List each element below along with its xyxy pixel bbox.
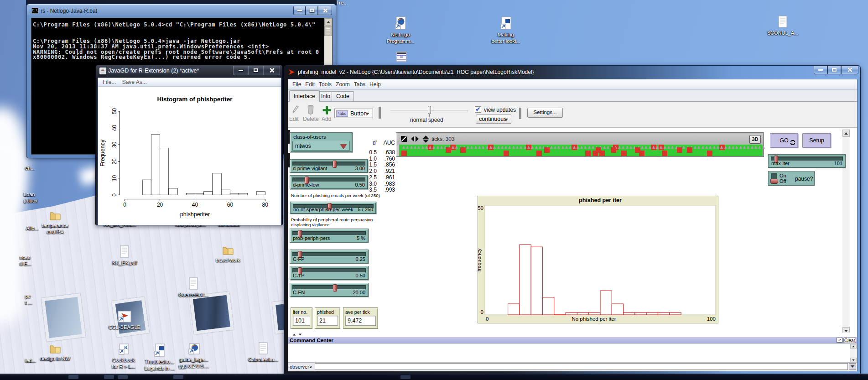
slider-prob-periph-pers[interactable]: prob-periph-pers5 % xyxy=(290,229,369,243)
switch-pause[interactable]: OnOffpause? xyxy=(768,171,815,186)
agent-triangle xyxy=(482,146,484,149)
menu-edit[interactable]: Edit xyxy=(305,79,315,88)
world-view-canvas[interactable] xyxy=(399,145,763,156)
close-button[interactable] xyxy=(841,66,858,74)
slider-no-of-spearphish-per-week[interactable]: no-of-spearphish-per-week5 / 250 xyxy=(290,202,376,214)
svg-text:0: 0 xyxy=(111,193,118,197)
javagd-window: ☕ JavaGD for R-Extension (2) *active* Fi… xyxy=(95,65,283,225)
desktop-icon-kk-ek-pdf[interactable]: KK_EK.pdf xyxy=(97,245,152,266)
detach-icon[interactable]: ↗ xyxy=(837,338,842,343)
desktop-icon-travel-work[interactable]: travel work xyxy=(201,245,255,264)
add-button[interactable]: Add xyxy=(322,116,331,122)
settings-button[interactable]: Settings... xyxy=(527,108,563,118)
menu-zoom[interactable]: Zoom xyxy=(336,79,350,88)
menu-save-as[interactable]: Save As... xyxy=(122,78,147,85)
desktop-icon-label-tre[interactable]: Tre... xyxy=(336,0,348,5)
edit-button[interactable]: Edit xyxy=(289,116,299,122)
close-button[interactable] xyxy=(263,66,280,75)
clear-button[interactable]: Clear xyxy=(843,338,856,343)
slider-C-FN[interactable]: C-FN20.00 xyxy=(290,283,369,297)
desktop-icon-en[interactable]: en... xyxy=(25,165,35,172)
agent-triangle xyxy=(557,146,560,149)
output-scrollbar[interactable] xyxy=(850,344,857,362)
scroll-up-button[interactable] xyxy=(850,344,857,349)
desktop-icon-cabrales[interactable]: CabralesLu... xyxy=(236,342,291,363)
desktop-icon-temperance-and-ra[interactable]: temperanceand RA xyxy=(28,211,83,235)
taskbar[interactable] xyxy=(0,374,868,380)
slider-d-prime-vigilant[interactable]: d-prime-vigilant3.00 xyxy=(290,159,368,173)
menu-tools[interactable]: Tools xyxy=(319,79,332,88)
command-center-output[interactable] xyxy=(288,344,857,363)
close-icon xyxy=(847,68,852,72)
menu-file[interactable]: File... xyxy=(103,78,116,85)
taskbar-item[interactable] xyxy=(400,375,411,379)
desktop-icon-making-better-looking[interactable]: Makingbetter looki... xyxy=(478,16,533,44)
history-dropdown-button[interactable] xyxy=(849,363,856,370)
maximize-button[interactable] xyxy=(248,66,263,75)
icon-label: NetLogoProgramm... xyxy=(373,32,428,44)
update-mode-dropdown[interactable]: continuous xyxy=(476,115,511,124)
desktop-icon-design-in-nw[interactable]: design in NW xyxy=(28,344,83,362)
menu-help[interactable]: Help xyxy=(369,79,381,88)
scroll-up-button[interactable] xyxy=(842,130,850,137)
netlogo-titlebar[interactable]: phishing_model_v2 - NetLogo {C:\Users\ka… xyxy=(284,66,860,79)
vertical-shrink-icon[interactable] xyxy=(422,135,429,145)
desktop-icon-goeree-holt[interactable]: GoereeHolt... xyxy=(166,277,221,298)
normal-size-icon[interactable] xyxy=(400,135,407,144)
view-3d-button[interactable]: 3D xyxy=(749,135,761,144)
slider-max-iter[interactable]: max-iter101 xyxy=(768,154,846,168)
slider-C-TP[interactable]: C-TP0.50 xyxy=(290,266,369,280)
switch-handle[interactable] xyxy=(770,179,778,183)
go-button[interactable]: GO xyxy=(770,133,798,148)
view-updates-checkbox[interactable]: ✔ xyxy=(475,106,481,113)
minimize-button[interactable] xyxy=(233,66,248,75)
desktop-icon-nces[interactable]: ncesd E... xyxy=(20,255,31,267)
splitter-up-icon[interactable] xyxy=(293,334,296,336)
taskbar-item[interactable] xyxy=(68,375,78,379)
desktop-icon-guide-legends-ggplot[interactable]: guide_lege...ggplot2 0.9.... xyxy=(166,343,221,369)
slider-C-FP[interactable]: C-FP0.25 xyxy=(290,250,369,264)
command-center-splitter[interactable] xyxy=(288,333,857,337)
taskbar-item[interactable] xyxy=(173,375,183,379)
icon-label: guide_lege...ggplot2 0.9.... xyxy=(166,357,221,369)
scroll-up-button[interactable] xyxy=(324,18,332,26)
agent-triangle xyxy=(577,146,579,149)
switch-on-label: On xyxy=(780,173,786,178)
taskbar-item[interactable] xyxy=(104,375,114,379)
delete-button[interactable]: Delete xyxy=(303,116,319,122)
desktop-icon-ccl-beagle[interactable]: CCL-BEAGLE xyxy=(97,311,152,331)
widget-type-dropdown[interactable]: *abc Button xyxy=(334,109,373,118)
scroll-down-button[interactable] xyxy=(850,358,857,362)
slider-handle[interactable] xyxy=(333,284,337,292)
slider-label: C-FP xyxy=(293,256,305,262)
maximize-button[interactable] xyxy=(306,6,318,15)
splitter-down-icon[interactable] xyxy=(299,334,301,336)
tab-code[interactable]: Code xyxy=(332,91,354,101)
minimize-button[interactable] xyxy=(293,6,306,15)
setup-button[interactable]: Setup xyxy=(802,133,831,148)
horizontal-shrink-icon[interactable] xyxy=(411,135,419,144)
world-view[interactable]: ticks: 3033D xyxy=(396,132,764,157)
menu-tabs[interactable]: Tabs xyxy=(354,79,365,88)
close-button[interactable] xyxy=(318,6,332,15)
desktop-icon-pe[interactable]: pet ... xyxy=(25,293,32,306)
desktop-icon-loan-docx[interactable]: Loan(.docx xyxy=(24,192,37,204)
speed-slider-handle[interactable] xyxy=(428,106,431,114)
desktop-icon-netlogo-programming[interactable]: NetLogoProgramm... xyxy=(373,16,428,44)
scrollbar-thumb[interactable] xyxy=(324,26,332,36)
command-input[interactable] xyxy=(315,363,848,370)
monitor-label: iter no. xyxy=(293,309,307,315)
command-center: Command Center ↗ Clear observer> xyxy=(288,337,857,371)
desktop-icon-sconul[interactable]: SCONUL_A... xyxy=(755,16,810,36)
maximize-button[interactable] xyxy=(827,66,841,74)
menu-file[interactable]: File xyxy=(292,79,301,88)
tab-interface[interactable]: Interface xyxy=(289,90,320,102)
chooser-class-of-users[interactable]: class-of-usersmtwos xyxy=(290,132,353,152)
chooser-value-box[interactable]: mtwos xyxy=(292,141,350,151)
taskbar-item[interactable] xyxy=(118,375,128,379)
slider-d-prime-low[interactable]: d-prime-low0.50 xyxy=(290,175,368,189)
slider-handle[interactable] xyxy=(333,161,337,168)
javagd-titlebar[interactable]: ☕ JavaGD for R-Extension (2) *active* xyxy=(96,65,282,77)
minimize-button[interactable] xyxy=(814,66,827,74)
cmd-titlebar[interactable]: C:\. rs - Netlogo-Java-R.bat xyxy=(27,4,336,17)
